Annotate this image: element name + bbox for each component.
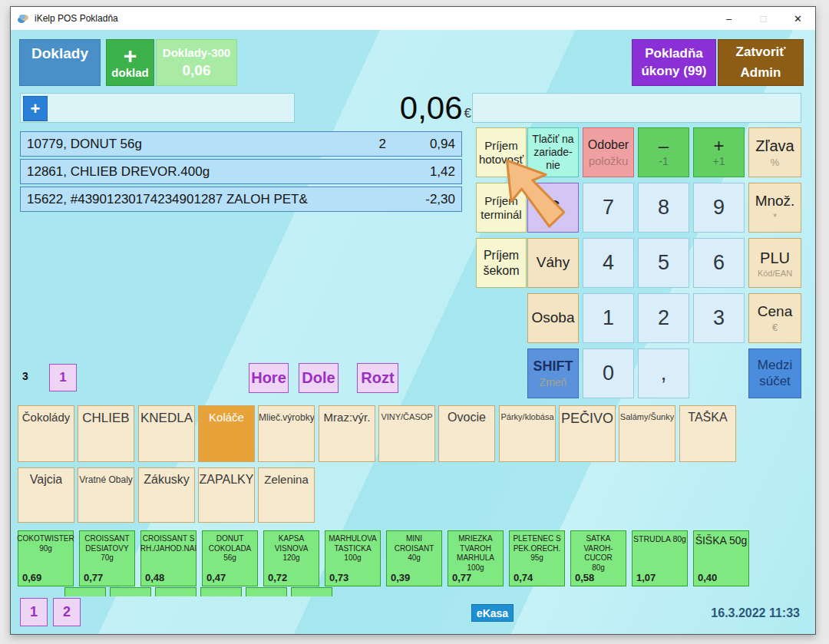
product-price: 0,72: [268, 572, 287, 584]
product-donut-cokolada[interactable]: DONUT COKOLADA 56g 0,47: [202, 530, 258, 586]
close-icon[interactable]: ✕: [781, 13, 815, 25]
mnozstvo-label: Množ.: [755, 193, 795, 210]
category-taska[interactable]: TAŠKA: [679, 405, 736, 462]
category-kolace-selected[interactable]: Koláče: [198, 405, 255, 462]
category-zelenina[interactable]: Zelenina: [258, 467, 315, 523]
product-marhulova-tasticka[interactable]: MARHULOVA TASTICKA 100g 0,73: [325, 530, 381, 586]
category-chlieb[interactable]: CHLIEB: [78, 405, 134, 462]
product-croissant-desiatovy[interactable]: CROISSANT DESIATOVY 70g 0,77: [79, 530, 135, 586]
plus-icon: +: [713, 138, 724, 154]
product-name: KAPSA VISNOVA 120g: [275, 534, 309, 563]
product-siska[interactable]: ŠIŠKA 50g 0,40: [693, 530, 749, 586]
product-satka-tvaroh[interactable]: SATKA VAROH-CUCOR 80g 0,58: [570, 530, 626, 586]
clear-button[interactable]: C: [527, 183, 579, 233]
plus-icon: +: [124, 46, 137, 66]
product-name: MRIEZKA TVAROH MARHULA 100g: [457, 534, 494, 573]
product-cokotwister[interactable]: COKOTWISTER 90g 0,69: [18, 530, 74, 586]
minimize-icon[interactable]: –: [712, 13, 746, 25]
prijem-hotovost-label: Príjem hotovosť: [479, 139, 523, 167]
doklady-button[interactable]: Doklady: [19, 39, 101, 86]
digit-9-button[interactable]: 9: [693, 183, 745, 233]
category-pecivo[interactable]: PEČIVO: [559, 405, 616, 462]
product-name: STRUDLA 80g: [633, 534, 686, 544]
category-ovocie[interactable]: Ovocie: [438, 405, 495, 462]
product-page-2-button[interactable]: 2: [53, 598, 81, 626]
digit-2-label: 2: [658, 305, 669, 330]
category-knedla[interactable]: KNEDLA: [138, 405, 195, 462]
product-button-clipped[interactable]: [155, 587, 197, 596]
category-vajcia[interactable]: Vajcia: [18, 467, 74, 523]
product-button-clipped[interactable]: [200, 587, 242, 596]
product-button-clipped[interactable]: [64, 587, 106, 596]
digit-0-button[interactable]: 0: [583, 348, 634, 398]
receipt-row[interactable]: 15622, #43901230174234901287 ZALOH PET& …: [20, 187, 462, 212]
product-mriezka-tvaroh[interactable]: MRIEZKA TVAROH MARHULA 100g 0,77: [448, 530, 504, 586]
osoba-button[interactable]: Osoba: [527, 293, 579, 343]
cena-button[interactable]: Cena €: [748, 293, 801, 343]
zlava-button[interactable]: Zľava %: [748, 127, 801, 177]
maximize-icon[interactable]: □: [746, 13, 781, 25]
product-button-clipped[interactable]: [291, 587, 332, 596]
add-item-button[interactable]: +: [23, 96, 48, 121]
dole-button[interactable]: Dole: [299, 363, 339, 393]
digit-1-button[interactable]: 1: [583, 293, 634, 343]
digit-4-button[interactable]: 4: [583, 238, 634, 288]
category-salamy-sunky[interactable]: Salámy/Šunky: [619, 405, 675, 462]
digit-3-button[interactable]: 3: [693, 293, 745, 343]
shift-label: SHIFT: [533, 358, 573, 375]
digit-7-button[interactable]: 7: [583, 183, 634, 233]
receipt-row[interactable]: 12861, CHLIEB DREVOR.400g 1,42: [20, 159, 462, 184]
prijem-sekom-button[interactable]: Príjem šekom: [476, 238, 527, 288]
prijem-hotovost-button[interactable]: Príjem hotovosť: [476, 127, 527, 177]
doklady-counter-badge[interactable]: Doklady-300 0,06: [156, 39, 237, 86]
product-kapsa-visnova[interactable]: KAPSA VISNOVA 120g 0,72: [263, 530, 319, 586]
digit-6-button[interactable]: 6: [693, 238, 745, 288]
category-parky-klobasy[interactable]: Párky/klobása: [499, 405, 556, 462]
product-button-clipped[interactable]: [246, 587, 287, 596]
category-cokolady[interactable]: Čokolády: [18, 405, 74, 462]
tlacit-na-zariadenie-button[interactable]: Tlačiť na zariade- nie: [527, 127, 579, 177]
product-name: CROISSANT S RH./JAHOD.NAI: [140, 534, 197, 553]
page-1-button[interactable]: 1: [49, 364, 77, 391]
product-strudla[interactable]: STRUDLA 80g 1,07: [632, 530, 688, 586]
digit-8-button[interactable]: 8: [638, 183, 689, 233]
pokladna-ukony-button[interactable]: Pokladňa úkony (99): [632, 39, 716, 86]
product-button-clipped[interactable]: [110, 587, 151, 596]
minus-sublabel: -1: [659, 155, 668, 167]
zatvorit-admin-button[interactable]: Zatvoriť Admin: [718, 39, 804, 86]
category-zapalky[interactable]: ZAPALKY: [198, 467, 255, 523]
window-controls: – □ ✕: [712, 7, 815, 30]
comma-button[interactable]: ,: [638, 348, 689, 398]
prijem-terminal-label: Príjem terminál: [481, 194, 521, 222]
shift-button[interactable]: SHIFT Zmeň: [527, 348, 579, 398]
vahy-button[interactable]: Váhy: [527, 238, 579, 288]
plu-button[interactable]: PLU Kód/EAN: [748, 238, 801, 288]
category-label: Mlieč.výrobky: [259, 412, 314, 423]
minus-one-button[interactable]: – -1: [638, 127, 689, 177]
product-croissant-jahoda[interactable]: CROISSANT S RH./JAHOD.NAI 0,48: [140, 530, 197, 586]
category-label: Vajcia: [30, 473, 62, 487]
app-window: iKelp POS Pokladňa – □ ✕ Doklady + dokla…: [10, 6, 816, 635]
plus-one-button[interactable]: + +1: [693, 127, 745, 177]
product-page-1-button[interactable]: 1: [20, 598, 48, 626]
category-mliecne-vyrobky[interactable]: Mlieč.výrobky: [258, 405, 315, 462]
mnozstvo-button[interactable]: Množ. *: [748, 183, 801, 233]
plu-label: PLU: [760, 249, 790, 267]
receipt-row[interactable]: 10779, DONUT 56g 2 0,94: [20, 131, 462, 157]
product-mini-croisant[interactable]: MINI CROISANT 40g 0,39: [386, 530, 442, 586]
product-pletenec[interactable]: PLETENEC S PEK.ORECH. 95g 0,74: [509, 530, 565, 586]
odober-polozku-button[interactable]: Odober položku: [583, 127, 634, 177]
barcode-input[interactable]: [472, 93, 801, 123]
category-zakusky[interactable]: Zákusky: [138, 467, 195, 523]
item-entry-input[interactable]: +: [20, 93, 295, 123]
category-noviny-casopisy[interactable]: VINY/ČASOP: [378, 405, 435, 462]
medzisucet-button[interactable]: Medzi súčet: [748, 348, 801, 398]
rozt-button[interactable]: Rozt: [357, 363, 398, 393]
category-mrazene-vyrobky[interactable]: Mraz:výr.: [319, 405, 375, 462]
hore-button[interactable]: Hore: [249, 363, 289, 393]
add-doklad-button[interactable]: + doklad: [106, 39, 154, 86]
digit-2-button[interactable]: 2: [638, 293, 689, 343]
prijem-terminal-button[interactable]: Príjem terminál: [476, 183, 527, 233]
digit-5-button[interactable]: 5: [638, 238, 689, 288]
category-vratne-obaly[interactable]: Vratné Obaly: [78, 467, 134, 523]
